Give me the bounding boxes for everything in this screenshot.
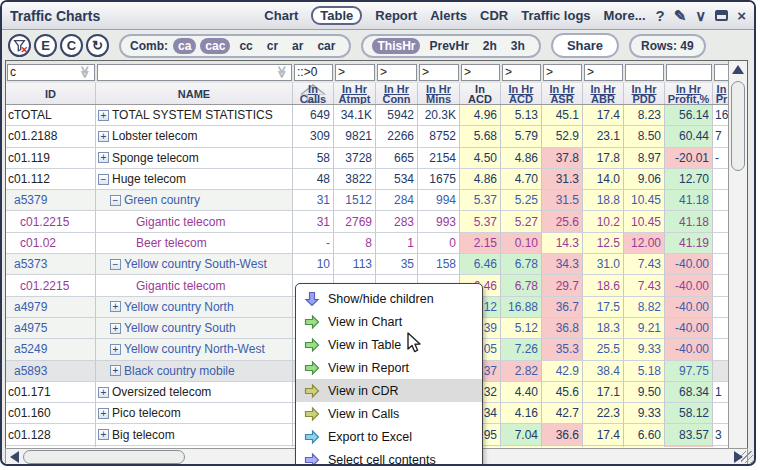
overflow-cell[interactable]: 7 — [713, 126, 728, 147]
stat-cell[interactable]: 25.6 — [542, 211, 583, 232]
filter-input[interactable]: ::>0 — [294, 64, 333, 81]
stat-cell[interactable]: 52.9 — [542, 126, 583, 147]
stat-cell[interactable]: 31.3 — [542, 169, 583, 190]
stat-cell[interactable]: 8.23 — [624, 105, 665, 126]
overflow-cell[interactable] — [713, 169, 728, 190]
filter-input[interactable]: > — [377, 64, 417, 81]
row-id-cell[interactable]: c01.128 — [6, 424, 96, 445]
filter-input[interactable]: > — [502, 64, 541, 81]
column-header-in-hr-asr[interactable]: In HrASR — [542, 83, 583, 104]
stat-cell[interactable]: -40.00 — [665, 297, 713, 318]
window-icon[interactable] — [715, 10, 728, 21]
column-header-in-hr-profit[interactable]: In HrProfit,% — [665, 83, 713, 104]
table-row[interactable]: c01.02Beer telecom-8102.150.1014.312.512… — [6, 233, 728, 254]
stat-cell[interactable]: 23.1 — [583, 126, 624, 147]
stat-cell[interactable]: 5.18 — [624, 361, 665, 382]
filter-combobox[interactable]: ≫ — [97, 64, 292, 81]
stat-cell[interactable]: 45.6 — [542, 382, 583, 403]
row-name-cell[interactable]: Gigantic telecom — [96, 211, 293, 232]
stat-cell[interactable]: 97.75 — [665, 361, 713, 382]
stat-cell[interactable]: 9.50 — [624, 382, 665, 403]
stat-cell[interactable]: 5.37 — [460, 190, 501, 211]
stat-cell[interactable]: 6.60 — [624, 424, 665, 445]
expand-toggle-icon[interactable]: + — [98, 408, 109, 419]
stat-cell[interactable]: 7.04 — [501, 424, 542, 445]
stat-cell[interactable]: 56.14 — [665, 105, 713, 126]
nav-item-table[interactable]: Table — [311, 6, 362, 25]
count-cell[interactable]: 3728 — [334, 148, 376, 169]
count-cell[interactable]: 994 — [418, 190, 460, 211]
table-row[interactable]: c01.2188+Lobster telecom3099821226687525… — [6, 126, 728, 147]
period-option-3h[interactable]: 3h — [506, 38, 530, 54]
table-row[interactable]: c01.119+Sponge telecom58372866521544.504… — [6, 148, 728, 169]
row-id-cell[interactable]: c01.160 — [6, 403, 96, 424]
stat-cell[interactable]: 34.3 — [542, 254, 583, 275]
row-name-cell[interactable]: −Green country — [96, 190, 293, 211]
stat-cell[interactable]: 10.45 — [624, 190, 665, 211]
stat-cell[interactable]: 5.68 — [460, 126, 501, 147]
comb-option-ca[interactable]: ca — [173, 38, 196, 54]
row-name-cell[interactable]: +Big telecom — [96, 424, 293, 445]
stat-cell[interactable]: 22.3 — [583, 403, 624, 424]
filter-input[interactable]: > — [584, 64, 623, 81]
horizontal-scroll-thumb[interactable] — [23, 450, 185, 464]
column-header-in-calls[interactable]: InCalls — [293, 83, 334, 104]
close-icon[interactable]: × — [737, 8, 746, 23]
stat-cell[interactable]: 18.6 — [583, 275, 624, 296]
stat-cell[interactable]: 29.7 — [542, 275, 583, 296]
row-id-cell[interactable]: c01.119 — [6, 148, 96, 169]
row-id-cell[interactable]: c01.112 — [6, 169, 96, 190]
stat-cell[interactable]: 36.8 — [542, 318, 583, 339]
count-cell[interactable]: 2769 — [334, 211, 376, 232]
filter-input[interactable]: > — [419, 64, 459, 81]
overflow-cell[interactable]: 3 — [713, 424, 728, 445]
row-name-cell[interactable]: +Sponge telecom — [96, 148, 293, 169]
filter-input[interactable] — [714, 64, 728, 81]
count-cell[interactable]: 5942 — [376, 105, 418, 126]
overflow-cell[interactable] — [713, 233, 728, 254]
stat-cell[interactable]: 4.96 — [460, 105, 501, 126]
menu-item-view-in-report[interactable]: View in Report — [296, 356, 482, 379]
stat-cell[interactable]: 41.18 — [665, 190, 713, 211]
nav-item-more[interactable]: More... — [604, 8, 646, 23]
expand-toggle-icon[interactable]: + — [110, 344, 121, 355]
stat-cell[interactable]: 6.78 — [501, 275, 542, 296]
count-cell[interactable]: 2154 — [418, 148, 460, 169]
stat-cell[interactable]: -20.01 — [665, 148, 713, 169]
row-name-cell[interactable]: Beer telecom — [96, 233, 293, 254]
table-row[interactable]: c01.112−Huge telecom48382253416754.864.7… — [6, 169, 728, 190]
stat-cell[interactable]: 10.45 — [624, 211, 665, 232]
filter-reset-button[interactable]: ✕ — [8, 34, 31, 57]
row-name-cell[interactable]: +Black country mobile — [96, 361, 293, 382]
count-cell[interactable]: 9821 — [334, 126, 376, 147]
stat-cell[interactable]: -40.00 — [665, 254, 713, 275]
stat-cell[interactable]: 31.0 — [583, 254, 624, 275]
row-name-cell[interactable]: −Yellow country South-West — [96, 254, 293, 275]
stat-cell[interactable]: 58.12 — [665, 403, 713, 424]
scroll-up-button[interactable] — [731, 63, 744, 76]
stat-cell[interactable]: 4.86 — [501, 148, 542, 169]
stat-cell[interactable]: 12.5 — [583, 233, 624, 254]
row-name-cell[interactable]: +TOTAL SYSTEM STATISTICS — [96, 105, 293, 126]
stat-cell[interactable]: 16.88 — [501, 297, 542, 318]
stat-cell[interactable]: 38.4 — [583, 361, 624, 382]
overflow-cell[interactable] — [713, 318, 728, 339]
stat-cell[interactable]: 5.27 — [501, 211, 542, 232]
stat-cell[interactable]: 17.4 — [583, 424, 624, 445]
stat-cell[interactable]: 5.25 — [501, 190, 542, 211]
count-cell[interactable]: 113 — [334, 254, 376, 275]
c-button[interactable]: C — [60, 34, 83, 57]
expand-toggle-icon[interactable]: − — [110, 195, 121, 206]
count-cell[interactable]: 1675 — [418, 169, 460, 190]
count-cell[interactable]: 3822 — [334, 169, 376, 190]
row-name-cell[interactable]: +Pico telecom — [96, 403, 293, 424]
column-header-in-hr-abr[interactable]: In HrABR — [583, 83, 624, 104]
stat-cell[interactable]: 83.57 — [665, 424, 713, 445]
count-cell[interactable]: 1 — [376, 233, 418, 254]
scroll-left-button[interactable] — [10, 451, 19, 463]
row-id-cell[interactable]: c01.171 — [6, 382, 96, 403]
menu-item-view-in-cdr[interactable]: View in CDR — [296, 379, 482, 402]
column-header-in-hr-atmpt[interactable]: In HrAtmpt — [334, 83, 376, 104]
resize-grip[interactable] — [741, 451, 753, 463]
expand-toggle-icon[interactable]: + — [98, 131, 109, 142]
